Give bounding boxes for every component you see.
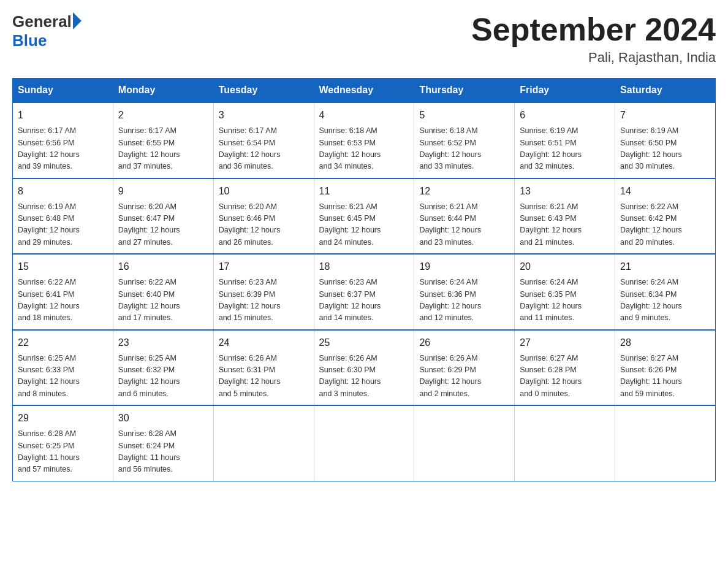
title-section: September 2024 Pali, Rajasthan, India (471, 12, 716, 66)
day-info: Sunrise: 6:28 AMSunset: 6:25 PMDaylight:… (18, 428, 108, 476)
calendar-cell: 12Sunrise: 6:21 AMSunset: 6:44 PMDayligh… (414, 178, 515, 255)
day-number: 18 (319, 259, 409, 274)
logo-arrow-icon (73, 12, 82, 29)
day-number: 23 (118, 335, 208, 350)
day-number: 25 (319, 335, 409, 350)
calendar-cell: 1Sunrise: 6:17 AMSunset: 6:56 PMDaylight… (13, 102, 113, 178)
calendar-cell: 21Sunrise: 6:24 AMSunset: 6:34 PMDayligh… (615, 254, 716, 330)
day-number: 5 (419, 108, 509, 123)
calendar-cell: 25Sunrise: 6:26 AMSunset: 6:30 PMDayligh… (314, 330, 414, 406)
day-number: 28 (620, 335, 710, 350)
day-info: Sunrise: 6:22 AMSunset: 6:42 PMDaylight:… (620, 201, 710, 249)
calendar-header-thursday: Thursday (414, 79, 515, 103)
calendar-header-row: SundayMondayTuesdayWednesdayThursdayFrid… (13, 79, 716, 103)
calendar-cell: 17Sunrise: 6:23 AMSunset: 6:39 PMDayligh… (213, 254, 314, 330)
day-info: Sunrise: 6:26 AMSunset: 6:31 PMDaylight:… (219, 353, 309, 400)
day-number: 8 (18, 184, 108, 199)
day-number: 4 (319, 108, 409, 123)
day-number: 6 (520, 108, 610, 123)
day-info: Sunrise: 6:26 AMSunset: 6:30 PMDaylight:… (319, 353, 409, 400)
day-info: Sunrise: 6:24 AMSunset: 6:36 PMDaylight:… (419, 277, 509, 324)
day-info: Sunrise: 6:24 AMSunset: 6:35 PMDaylight:… (520, 277, 610, 324)
calendar-cell: 9Sunrise: 6:20 AMSunset: 6:47 PMDaylight… (113, 178, 213, 255)
calendar-cell (515, 405, 615, 481)
day-number: 19 (419, 259, 509, 274)
calendar-cell: 19Sunrise: 6:24 AMSunset: 6:36 PMDayligh… (414, 254, 515, 330)
page-header: General Blue September 2024 Pali, Rajast… (12, 12, 716, 66)
calendar-header-friday: Friday (515, 79, 615, 103)
day-number: 2 (118, 108, 208, 123)
calendar-header-sunday: Sunday (13, 79, 113, 103)
day-number: 27 (520, 335, 610, 350)
day-info: Sunrise: 6:22 AMSunset: 6:40 PMDaylight:… (118, 277, 208, 324)
day-number: 17 (219, 259, 309, 274)
calendar-cell (414, 405, 515, 481)
calendar-cell: 27Sunrise: 6:27 AMSunset: 6:28 PMDayligh… (515, 330, 615, 406)
logo-blue: Blue (12, 31, 47, 50)
calendar-week-row: 8Sunrise: 6:19 AMSunset: 6:48 PMDaylight… (13, 178, 716, 255)
calendar-cell: 24Sunrise: 6:26 AMSunset: 6:31 PMDayligh… (213, 330, 314, 406)
day-info: Sunrise: 6:24 AMSunset: 6:34 PMDaylight:… (620, 277, 710, 324)
day-info: Sunrise: 6:18 AMSunset: 6:53 PMDaylight:… (319, 125, 409, 173)
day-info: Sunrise: 6:28 AMSunset: 6:24 PMDaylight:… (118, 428, 208, 476)
calendar-cell: 29Sunrise: 6:28 AMSunset: 6:25 PMDayligh… (13, 405, 113, 481)
calendar-cell (615, 405, 716, 481)
calendar-cell: 4Sunrise: 6:18 AMSunset: 6:53 PMDaylight… (314, 102, 414, 178)
day-info: Sunrise: 6:25 AMSunset: 6:33 PMDaylight:… (18, 353, 108, 400)
day-number: 13 (520, 184, 610, 199)
day-info: Sunrise: 6:17 AMSunset: 6:54 PMDaylight:… (219, 125, 309, 173)
calendar-cell: 18Sunrise: 6:23 AMSunset: 6:37 PMDayligh… (314, 254, 414, 330)
calendar-cell: 5Sunrise: 6:18 AMSunset: 6:52 PMDaylight… (414, 102, 515, 178)
calendar-cell: 28Sunrise: 6:27 AMSunset: 6:26 PMDayligh… (615, 330, 716, 406)
calendar-week-row: 29Sunrise: 6:28 AMSunset: 6:25 PMDayligh… (13, 405, 716, 481)
calendar-week-row: 15Sunrise: 6:22 AMSunset: 6:41 PMDayligh… (13, 254, 716, 330)
day-number: 14 (620, 184, 710, 199)
day-number: 16 (118, 259, 208, 274)
calendar-cell: 14Sunrise: 6:22 AMSunset: 6:42 PMDayligh… (615, 178, 716, 255)
day-info: Sunrise: 6:21 AMSunset: 6:43 PMDaylight:… (520, 201, 610, 249)
day-number: 26 (419, 335, 509, 350)
day-number: 10 (219, 184, 309, 199)
calendar-week-row: 1Sunrise: 6:17 AMSunset: 6:56 PMDaylight… (13, 102, 716, 178)
calendar-header-saturday: Saturday (615, 79, 716, 103)
day-info: Sunrise: 6:17 AMSunset: 6:55 PMDaylight:… (118, 125, 208, 173)
calendar-cell: 23Sunrise: 6:25 AMSunset: 6:32 PMDayligh… (113, 330, 213, 406)
calendar-cell: 3Sunrise: 6:17 AMSunset: 6:54 PMDaylight… (213, 102, 314, 178)
calendar-cell: 26Sunrise: 6:26 AMSunset: 6:29 PMDayligh… (414, 330, 515, 406)
calendar-cell: 7Sunrise: 6:19 AMSunset: 6:50 PMDaylight… (615, 102, 716, 178)
calendar-cell: 15Sunrise: 6:22 AMSunset: 6:41 PMDayligh… (13, 254, 113, 330)
calendar-cell (213, 405, 314, 481)
day-info: Sunrise: 6:19 AMSunset: 6:48 PMDaylight:… (18, 201, 108, 249)
month-title: September 2024 (471, 12, 716, 47)
day-info: Sunrise: 6:19 AMSunset: 6:50 PMDaylight:… (620, 125, 710, 173)
calendar-cell: 10Sunrise: 6:20 AMSunset: 6:46 PMDayligh… (213, 178, 314, 255)
day-info: Sunrise: 6:22 AMSunset: 6:41 PMDaylight:… (18, 277, 108, 324)
calendar-cell: 16Sunrise: 6:22 AMSunset: 6:40 PMDayligh… (113, 254, 213, 330)
day-info: Sunrise: 6:21 AMSunset: 6:44 PMDaylight:… (419, 201, 509, 249)
day-number: 30 (118, 411, 208, 426)
location: Pali, Rajasthan, India (471, 50, 716, 66)
calendar-cell: 20Sunrise: 6:24 AMSunset: 6:35 PMDayligh… (515, 254, 615, 330)
day-info: Sunrise: 6:25 AMSunset: 6:32 PMDaylight:… (118, 353, 208, 400)
day-info: Sunrise: 6:17 AMSunset: 6:56 PMDaylight:… (18, 125, 108, 173)
day-number: 11 (319, 184, 409, 199)
day-number: 12 (419, 184, 509, 199)
calendar-cell: 22Sunrise: 6:25 AMSunset: 6:33 PMDayligh… (13, 330, 113, 406)
day-number: 9 (118, 184, 208, 199)
calendar-cell: 6Sunrise: 6:19 AMSunset: 6:51 PMDaylight… (515, 102, 615, 178)
day-number: 20 (520, 259, 610, 274)
calendar-cell: 8Sunrise: 6:19 AMSunset: 6:48 PMDaylight… (13, 178, 113, 255)
calendar-table: SundayMondayTuesdayWednesdayThursdayFrid… (12, 78, 716, 481)
day-info: Sunrise: 6:26 AMSunset: 6:29 PMDaylight:… (419, 353, 509, 400)
day-number: 29 (18, 411, 108, 426)
day-number: 15 (18, 259, 108, 274)
day-number: 1 (18, 108, 108, 123)
day-info: Sunrise: 6:21 AMSunset: 6:45 PMDaylight:… (319, 201, 409, 249)
logo: General Blue (12, 12, 82, 50)
calendar-cell: 2Sunrise: 6:17 AMSunset: 6:55 PMDaylight… (113, 102, 213, 178)
day-number: 21 (620, 259, 710, 274)
logo-general: General (12, 12, 72, 31)
day-number: 7 (620, 108, 710, 123)
calendar-header-monday: Monday (113, 79, 213, 103)
calendar-week-row: 22Sunrise: 6:25 AMSunset: 6:33 PMDayligh… (13, 330, 716, 406)
